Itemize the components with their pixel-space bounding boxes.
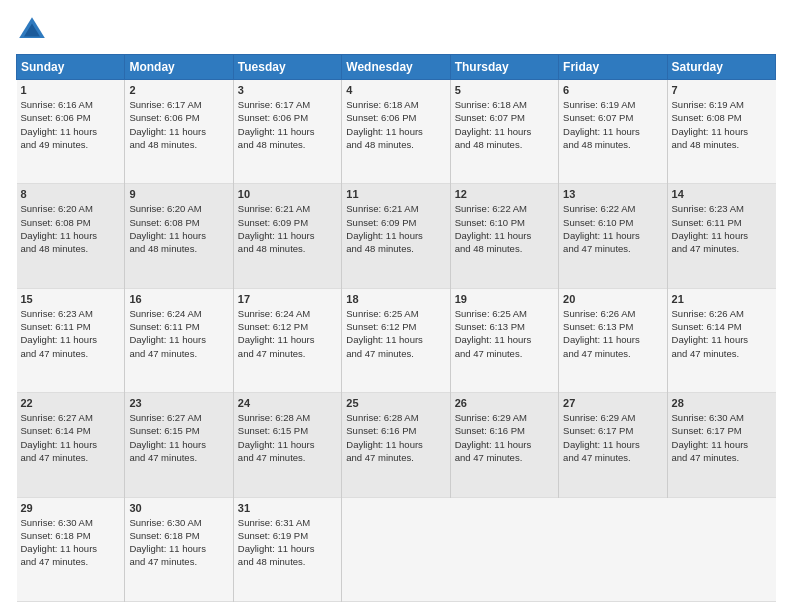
page: SundayMondayTuesdayWednesdayThursdayFrid… — [0, 0, 792, 612]
calendar-cell: 22Sunrise: 6:27 AM Sunset: 6:14 PM Dayli… — [17, 393, 125, 497]
cell-text: Sunrise: 6:17 AM Sunset: 6:06 PM Dayligh… — [129, 98, 228, 151]
day-number: 15 — [21, 293, 121, 305]
cell-text: Sunrise: 6:28 AM Sunset: 6:15 PM Dayligh… — [238, 411, 337, 464]
cell-text: Sunrise: 6:25 AM Sunset: 6:13 PM Dayligh… — [455, 307, 554, 360]
week-row-3: 15Sunrise: 6:23 AM Sunset: 6:11 PM Dayli… — [17, 288, 776, 392]
header-day-thursday: Thursday — [450, 55, 558, 80]
cell-text: Sunrise: 6:26 AM Sunset: 6:13 PM Dayligh… — [563, 307, 662, 360]
cell-text: Sunrise: 6:18 AM Sunset: 6:07 PM Dayligh… — [455, 98, 554, 151]
header-day-monday: Monday — [125, 55, 233, 80]
calendar-header: SundayMondayTuesdayWednesdayThursdayFrid… — [17, 55, 776, 80]
day-number: 30 — [129, 502, 228, 514]
cell-text: Sunrise: 6:27 AM Sunset: 6:15 PM Dayligh… — [129, 411, 228, 464]
cell-text: Sunrise: 6:25 AM Sunset: 6:12 PM Dayligh… — [346, 307, 445, 360]
day-number: 16 — [129, 293, 228, 305]
cell-text: Sunrise: 6:31 AM Sunset: 6:19 PM Dayligh… — [238, 516, 337, 569]
calendar-cell: 4Sunrise: 6:18 AM Sunset: 6:06 PM Daylig… — [342, 80, 450, 184]
header — [16, 14, 776, 46]
day-number: 12 — [455, 188, 554, 200]
logo-icon — [16, 14, 48, 46]
calendar-cell: 7Sunrise: 6:19 AM Sunset: 6:08 PM Daylig… — [667, 80, 775, 184]
week-row-2: 8Sunrise: 6:20 AM Sunset: 6:08 PM Daylig… — [17, 184, 776, 288]
calendar-cell: 14Sunrise: 6:23 AM Sunset: 6:11 PM Dayli… — [667, 184, 775, 288]
day-number: 29 — [21, 502, 121, 514]
calendar-cell: 10Sunrise: 6:21 AM Sunset: 6:09 PM Dayli… — [233, 184, 341, 288]
cell-text: Sunrise: 6:29 AM Sunset: 6:17 PM Dayligh… — [563, 411, 662, 464]
calendar-cell: 13Sunrise: 6:22 AM Sunset: 6:10 PM Dayli… — [559, 184, 667, 288]
day-number: 31 — [238, 502, 337, 514]
calendar-cell: 28Sunrise: 6:30 AM Sunset: 6:17 PM Dayli… — [667, 393, 775, 497]
day-number: 20 — [563, 293, 662, 305]
day-number: 10 — [238, 188, 337, 200]
calendar-cell: 31Sunrise: 6:31 AM Sunset: 6:19 PM Dayli… — [233, 497, 341, 601]
day-number: 13 — [563, 188, 662, 200]
calendar-body: 1Sunrise: 6:16 AM Sunset: 6:06 PM Daylig… — [17, 80, 776, 602]
cell-text: Sunrise: 6:16 AM Sunset: 6:06 PM Dayligh… — [21, 98, 121, 151]
calendar-cell: 20Sunrise: 6:26 AM Sunset: 6:13 PM Dayli… — [559, 288, 667, 392]
calendar-cell: 16Sunrise: 6:24 AM Sunset: 6:11 PM Dayli… — [125, 288, 233, 392]
week-row-5: 29Sunrise: 6:30 AM Sunset: 6:18 PM Dayli… — [17, 497, 776, 601]
day-number: 4 — [346, 84, 445, 96]
calendar-cell: 24Sunrise: 6:28 AM Sunset: 6:15 PM Dayli… — [233, 393, 341, 497]
day-number: 1 — [21, 84, 121, 96]
calendar-cell: 6Sunrise: 6:19 AM Sunset: 6:07 PM Daylig… — [559, 80, 667, 184]
day-number: 8 — [21, 188, 121, 200]
day-number: 2 — [129, 84, 228, 96]
cell-text: Sunrise: 6:22 AM Sunset: 6:10 PM Dayligh… — [455, 202, 554, 255]
cell-text: Sunrise: 6:22 AM Sunset: 6:10 PM Dayligh… — [563, 202, 662, 255]
cell-text: Sunrise: 6:24 AM Sunset: 6:11 PM Dayligh… — [129, 307, 228, 360]
calendar-cell: 2Sunrise: 6:17 AM Sunset: 6:06 PM Daylig… — [125, 80, 233, 184]
cell-text: Sunrise: 6:28 AM Sunset: 6:16 PM Dayligh… — [346, 411, 445, 464]
day-number: 22 — [21, 397, 121, 409]
cell-text: Sunrise: 6:23 AM Sunset: 6:11 PM Dayligh… — [21, 307, 121, 360]
calendar-table: SundayMondayTuesdayWednesdayThursdayFrid… — [16, 54, 776, 602]
day-number: 28 — [672, 397, 772, 409]
header-day-saturday: Saturday — [667, 55, 775, 80]
calendar-cell: 23Sunrise: 6:27 AM Sunset: 6:15 PM Dayli… — [125, 393, 233, 497]
calendar-cell: 18Sunrise: 6:25 AM Sunset: 6:12 PM Dayli… — [342, 288, 450, 392]
calendar-cell: 29Sunrise: 6:30 AM Sunset: 6:18 PM Dayli… — [17, 497, 125, 601]
calendar-cell: 17Sunrise: 6:24 AM Sunset: 6:12 PM Dayli… — [233, 288, 341, 392]
day-number: 21 — [672, 293, 772, 305]
day-number: 6 — [563, 84, 662, 96]
calendar-cell — [450, 497, 558, 601]
calendar-cell: 12Sunrise: 6:22 AM Sunset: 6:10 PM Dayli… — [450, 184, 558, 288]
header-day-friday: Friday — [559, 55, 667, 80]
cell-text: Sunrise: 6:29 AM Sunset: 6:16 PM Dayligh… — [455, 411, 554, 464]
calendar-cell: 30Sunrise: 6:30 AM Sunset: 6:18 PM Dayli… — [125, 497, 233, 601]
day-number: 9 — [129, 188, 228, 200]
cell-text: Sunrise: 6:21 AM Sunset: 6:09 PM Dayligh… — [238, 202, 337, 255]
week-row-1: 1Sunrise: 6:16 AM Sunset: 6:06 PM Daylig… — [17, 80, 776, 184]
calendar-cell: 25Sunrise: 6:28 AM Sunset: 6:16 PM Dayli… — [342, 393, 450, 497]
calendar-cell: 3Sunrise: 6:17 AM Sunset: 6:06 PM Daylig… — [233, 80, 341, 184]
calendar-cell: 11Sunrise: 6:21 AM Sunset: 6:09 PM Dayli… — [342, 184, 450, 288]
calendar-cell: 27Sunrise: 6:29 AM Sunset: 6:17 PM Dayli… — [559, 393, 667, 497]
calendar-cell — [667, 497, 775, 601]
day-number: 18 — [346, 293, 445, 305]
day-number: 27 — [563, 397, 662, 409]
day-number: 7 — [672, 84, 772, 96]
logo-area — [16, 14, 52, 46]
cell-text: Sunrise: 6:20 AM Sunset: 6:08 PM Dayligh… — [129, 202, 228, 255]
header-day-sunday: Sunday — [17, 55, 125, 80]
cell-text: Sunrise: 6:26 AM Sunset: 6:14 PM Dayligh… — [672, 307, 772, 360]
day-number: 24 — [238, 397, 337, 409]
calendar-cell: 1Sunrise: 6:16 AM Sunset: 6:06 PM Daylig… — [17, 80, 125, 184]
cell-text: Sunrise: 6:24 AM Sunset: 6:12 PM Dayligh… — [238, 307, 337, 360]
calendar-cell: 9Sunrise: 6:20 AM Sunset: 6:08 PM Daylig… — [125, 184, 233, 288]
cell-text: Sunrise: 6:30 AM Sunset: 6:17 PM Dayligh… — [672, 411, 772, 464]
calendar-cell: 19Sunrise: 6:25 AM Sunset: 6:13 PM Dayli… — [450, 288, 558, 392]
cell-text: Sunrise: 6:20 AM Sunset: 6:08 PM Dayligh… — [21, 202, 121, 255]
day-number: 19 — [455, 293, 554, 305]
day-number: 26 — [455, 397, 554, 409]
day-number: 25 — [346, 397, 445, 409]
day-number: 5 — [455, 84, 554, 96]
day-number: 3 — [238, 84, 337, 96]
cell-text: Sunrise: 6:19 AM Sunset: 6:08 PM Dayligh… — [672, 98, 772, 151]
header-day-wednesday: Wednesday — [342, 55, 450, 80]
header-row: SundayMondayTuesdayWednesdayThursdayFrid… — [17, 55, 776, 80]
calendar-cell: 15Sunrise: 6:23 AM Sunset: 6:11 PM Dayli… — [17, 288, 125, 392]
day-number: 14 — [672, 188, 772, 200]
calendar-cell — [342, 497, 450, 601]
cell-text: Sunrise: 6:17 AM Sunset: 6:06 PM Dayligh… — [238, 98, 337, 151]
